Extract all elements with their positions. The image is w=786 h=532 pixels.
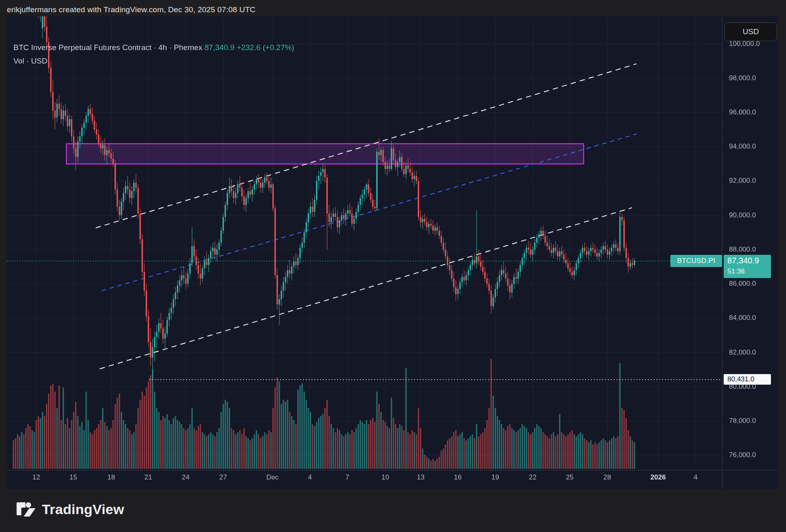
- time-axis-label: 13: [417, 473, 425, 482]
- price-axis-label: 98,000.0: [729, 74, 777, 82]
- price-change-value: +232.6 (+0.27%): [237, 43, 294, 52]
- volume-indicator-label[interactable]: Vol · USD: [13, 57, 47, 66]
- symbol-price-tag: BTCUSD.PI: [670, 255, 722, 267]
- price-axis-label: 92,000.0: [729, 177, 777, 185]
- currency-toggle-button[interactable]: USD: [725, 22, 777, 41]
- tradingview-logo-text: TradingView: [42, 501, 124, 517]
- time-axis-label: 19: [492, 473, 499, 482]
- time-axis-label: Dec: [266, 473, 279, 482]
- time-axis-label: 10: [382, 473, 389, 482]
- price-axis-label: 86,000.0: [729, 280, 777, 288]
- time-axis-label: 15: [70, 473, 77, 482]
- symbol-title: BTC Inverse Perpetual Futures Contract ·…: [13, 43, 202, 52]
- chart-legend[interactable]: BTC Inverse Perpetual Futures Contract ·…: [13, 43, 294, 52]
- time-axis-label: 4: [308, 473, 312, 482]
- time-axis-label: 27: [220, 473, 227, 482]
- bar-countdown: 51:36: [727, 267, 771, 276]
- time-axis-label: 2026: [650, 473, 666, 482]
- time-axis-label: 18: [108, 473, 115, 482]
- price-axis-label: 76,000.0: [729, 451, 777, 459]
- last-price-value: 87,340.9: [204, 43, 235, 52]
- time-axis-label: 28: [604, 473, 611, 482]
- last-price-axis-box: 87,340.9 51:36: [724, 255, 771, 278]
- price-axis-label: 96,000.0: [729, 108, 777, 116]
- price-chart-canvas[interactable]: [7, 16, 778, 489]
- price-axis-label: 94,000.0: [729, 142, 777, 151]
- price-axis-label: 88,000.0: [729, 245, 777, 254]
- price-axis-label: 90,000.0: [729, 211, 777, 219]
- price-axis-label: 84,000.0: [729, 314, 777, 322]
- time-axis-label: 25: [566, 473, 574, 482]
- last-price-axis-value: 87,340.9: [727, 255, 771, 267]
- price-axis-label: 82,000.0: [729, 348, 777, 357]
- tradingview-logo[interactable]: TradingView: [16, 501, 124, 517]
- attribution-text: erikjuffermans created with TradingView.…: [7, 5, 255, 14]
- time-axis-label: 22: [529, 473, 537, 482]
- time-axis-label: 16: [454, 473, 462, 482]
- chart-pane[interactable]: BTC Inverse Perpetual Futures Contract ·…: [7, 16, 778, 489]
- time-axis-label: 21: [145, 473, 152, 482]
- low-ray-axis-label: 80,431.0: [724, 374, 771, 385]
- time-axis-label: 4: [694, 473, 697, 482]
- tradingview-chart-page: erikjuffermans created with TradingView.…: [0, 0, 786, 532]
- time-axis-label: 12: [33, 473, 40, 482]
- tradingview-logo-icon: [16, 502, 36, 517]
- time-axis-label: 7: [345, 473, 349, 482]
- time-axis-label: 24: [182, 473, 190, 482]
- price-axis-label: 78,000.0: [729, 417, 777, 425]
